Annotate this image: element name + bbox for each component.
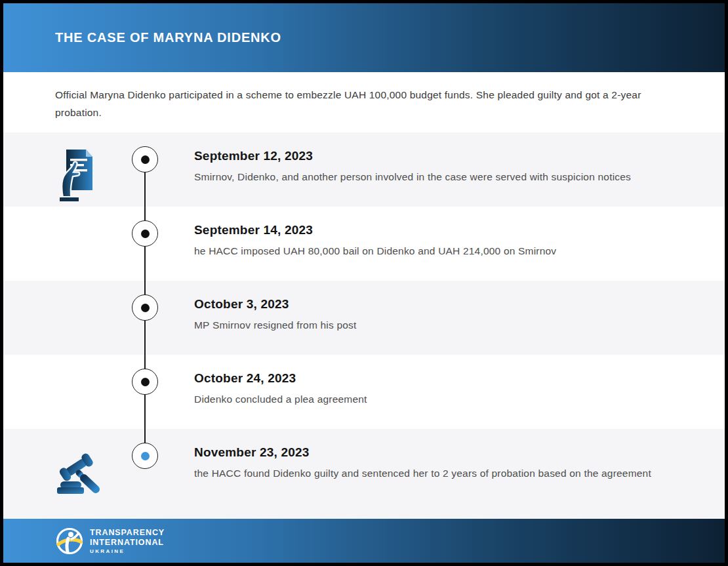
event-text: September 14, 2023 he HACC imposed UAH 8… — [182, 207, 725, 281]
transparency-international-logo: TRANSPARENCY INTERNATIONAL UKRAINE — [55, 527, 165, 556]
event-description: Didenko concluded a plea agreement — [194, 392, 661, 407]
timeline-marker-area — [108, 429, 182, 519]
infographic-page: THE CASE OF MARYNA DIDENKO Official Mary… — [0, 0, 728, 566]
event-date: October 24, 2023 — [194, 371, 698, 386]
event-text: October 24, 2023 Didenko concluded a ple… — [182, 355, 725, 429]
event-text: September 12, 2023 Smirnov, Didenko, and… — [182, 132, 725, 207]
timeline: September 12, 2023 Smirnov, Didenko, and… — [3, 132, 725, 519]
ti-globe-icon — [55, 527, 84, 556]
timeline-event-row: November 23, 2023 the HACC found Didenko… — [3, 429, 725, 519]
event-icon-area — [3, 132, 108, 207]
event-description: Smirnov, Didenko, and another person inv… — [194, 169, 661, 185]
event-date: November 23, 2023 — [194, 445, 698, 460]
gavel-icon — [54, 453, 102, 495]
timeline-marker — [132, 369, 158, 395]
intro-text: Official Maryna Didenko participated in … — [55, 86, 651, 121]
event-date: September 12, 2023 — [194, 149, 698, 163]
timeline-event-row: September 14, 2023 he HACC imposed UAH 8… — [3, 207, 725, 281]
timeline-marker — [132, 146, 158, 172]
timeline-event-row: September 12, 2023 Smirnov, Didenko, and… — [3, 132, 725, 207]
footer: TRANSPARENCY INTERNATIONAL UKRAINE — [3, 519, 725, 563]
page-title: THE CASE OF MARYNA DIDENKO — [55, 30, 281, 45]
logo-line-2: INTERNATIONAL — [90, 538, 165, 548]
timeline-marker-dot — [141, 230, 150, 238]
timeline-marker-dot — [141, 452, 150, 460]
timeline-marker-dot — [141, 378, 150, 386]
event-text: November 23, 2023 the HACC found Didenko… — [182, 429, 725, 519]
event-text: October 3, 2023 MP Smirnov resigned from… — [182, 281, 725, 355]
timeline-marker-dot — [141, 304, 150, 312]
suspicion-notice-icon — [57, 148, 95, 203]
event-description: the HACC found Didenko guilty and senten… — [194, 466, 661, 481]
logo-text: TRANSPARENCY INTERNATIONAL UKRAINE — [90, 528, 165, 554]
timeline-marker — [132, 294, 158, 321]
event-icon-area — [3, 429, 108, 519]
timeline-event-row: October 24, 2023 Didenko concluded a ple… — [3, 355, 725, 429]
timeline-marker — [132, 443, 158, 469]
timeline-marker-dot — [141, 155, 150, 164]
event-date: October 3, 2023 — [194, 297, 698, 312]
event-description: MP Smirnov resigned from his post — [194, 317, 661, 333]
event-date: September 14, 2023 — [194, 223, 698, 237]
event-description: he HACC imposed UAH 80,000 bail on Diden… — [194, 243, 661, 259]
header: THE CASE OF MARYNA DIDENKO — [3, 3, 725, 72]
event-icon-area — [3, 281, 108, 355]
logo-line-3: UKRAINE — [90, 548, 165, 554]
event-icon-area — [3, 207, 108, 281]
intro-section: Official Maryna Didenko participated in … — [3, 72, 725, 132]
logo-line-1: TRANSPARENCY — [90, 528, 165, 538]
event-icon-area — [3, 355, 108, 429]
timeline-event-row: October 3, 2023 MP Smirnov resigned from… — [3, 281, 725, 355]
timeline-marker — [132, 220, 158, 247]
